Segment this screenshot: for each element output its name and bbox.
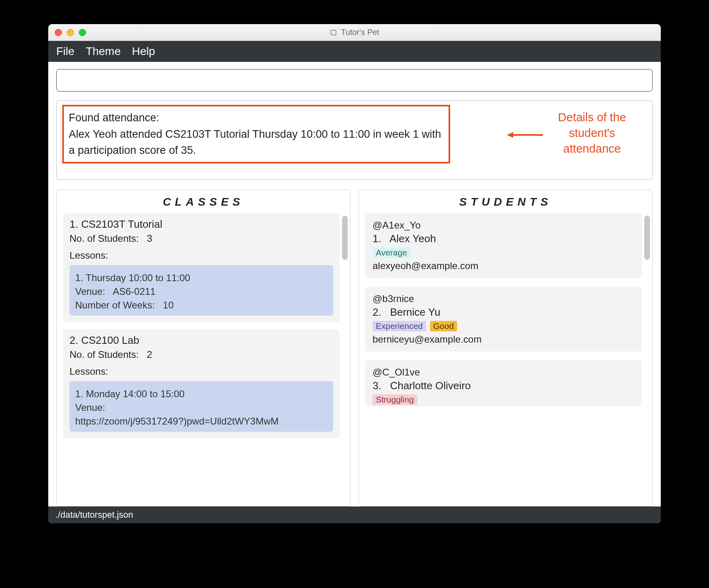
students-panel: STUDENTS @A1ex_Yo 1. Alex Yeoh Average [359, 190, 653, 507]
classes-scroll[interactable]: 1. CS2103T Tutorial No. of Students: 3 L… [57, 213, 350, 506]
lessons-label: Lessons: [70, 250, 333, 261]
lesson-index: 1. [75, 272, 83, 283]
status-path: ./data/tutorspet.json [55, 510, 133, 520]
class-card[interactable]: 2. CS2100 Lab No. of Students: 2 Lessons… [63, 329, 340, 438]
student-handle: @A1ex_Yo [373, 220, 635, 231]
tags: Experienced Good [373, 321, 635, 331]
zoom-icon[interactable] [79, 29, 86, 36]
student-name: Bernice Yu [390, 306, 440, 318]
command-input[interactable] [56, 69, 653, 92]
weeks-value: 10 [163, 300, 174, 310]
students-count: 2 [147, 349, 152, 360]
menu-file[interactable]: File [56, 45, 74, 58]
students-heading: STUDENTS [359, 190, 652, 213]
result-line-2: Alex Yeoh attended CS2103T Tutorial Thur… [69, 126, 444, 159]
student-index: 3. [373, 380, 381, 392]
tag: Good [430, 321, 457, 331]
classes-panel: CLASSES 1. CS2103T Tutorial No. of Stude… [56, 190, 350, 507]
class-index: 1. [70, 218, 78, 230]
lesson-card[interactable]: 1. Monday 14:00 to 15:00 Venue: https://… [70, 381, 333, 432]
venue-label: Venue: [75, 286, 105, 297]
venue-value: AS6-0211 [113, 286, 156, 297]
tags: Struggling [373, 394, 635, 405]
annotation-arrow-icon [507, 131, 543, 141]
tags: Average [373, 247, 635, 258]
student-name: Alex Yeoh [389, 233, 436, 245]
classes-heading: CLASSES [57, 190, 350, 213]
class-index: 2. [70, 334, 78, 346]
window-title-wrap: Tutor's Pet [48, 28, 661, 37]
venue-value: https://zoom/j/95317249?)pwd=Ulld2tWY3Mw… [75, 416, 328, 427]
class-title: CS2103T Tutorial [81, 218, 162, 230]
lesson-card[interactable]: 1. Thursday 10:00 to 11:00 Venue: AS6-02… [70, 265, 333, 316]
student-handle: @b3rnice [373, 293, 635, 304]
lessons-label: Lessons: [70, 366, 333, 377]
students-label: No. of Students: [70, 233, 139, 244]
titlebar: Tutor's Pet [48, 24, 661, 41]
app-icon [330, 29, 338, 37]
annotation-text: Details of the student's attendance [544, 110, 640, 157]
app-window: Tutor's Pet File Theme Help Found attend… [48, 24, 661, 523]
lesson-index: 1. [75, 388, 83, 399]
student-card[interactable]: @b3rnice 2. Bernice Yu Experienced Good … [365, 287, 642, 351]
student-index: 2. [373, 306, 381, 318]
student-name: Charlotte Oliveiro [390, 380, 471, 392]
statusbar: ./data/tutorspet.json [48, 506, 661, 523]
students-label: No. of Students: [70, 349, 139, 360]
panels-row: CLASSES 1. CS2103T Tutorial No. of Stude… [56, 190, 653, 507]
class-title: CS2100 Lab [81, 334, 139, 346]
tag: Experienced [373, 321, 426, 331]
svg-marker-1 [507, 132, 513, 138]
lesson-time: Thursday 10:00 to 11:00 [86, 272, 190, 283]
result-line-1: Found attendance: [69, 110, 444, 126]
tag: Average [373, 247, 410, 258]
result-row: Found attendance: Alex Yeoh attended CS2… [56, 100, 653, 180]
result-box: Found attendance: Alex Yeoh attended CS2… [56, 100, 653, 180]
menubar: File Theme Help [48, 41, 661, 62]
student-index: 1. [373, 233, 381, 245]
menu-help[interactable]: Help [132, 45, 155, 58]
menu-theme[interactable]: Theme [86, 45, 121, 58]
student-handle: @C_Ol1ve [373, 367, 635, 378]
minimize-icon[interactable] [67, 29, 74, 36]
result-highlight: Found attendance: Alex Yeoh attended CS2… [62, 105, 450, 163]
content-area: Found attendance: Alex Yeoh attended CS2… [48, 62, 661, 506]
student-email: berniceyu@example.com [373, 334, 635, 345]
venue-label: Venue: [75, 402, 105, 413]
class-card[interactable]: 1. CS2103T Tutorial No. of Students: 3 L… [63, 213, 340, 322]
lesson-time: Monday 14:00 to 15:00 [86, 388, 185, 399]
student-email: alexyeoh@example.com [373, 260, 635, 272]
window-controls [48, 29, 86, 36]
scrollbar-thumb[interactable] [342, 216, 348, 260]
window-title: Tutor's Pet [341, 28, 379, 37]
close-icon[interactable] [55, 29, 62, 36]
student-card[interactable]: @C_Ol1ve 3. Charlotte Oliveiro Strugglin… [365, 360, 642, 406]
students-count: 3 [147, 233, 152, 244]
student-card[interactable]: @A1ex_Yo 1. Alex Yeoh Average alexyeoh@e… [365, 213, 642, 278]
weeks-label: Number of Weeks: [75, 300, 155, 310]
students-scroll[interactable]: @A1ex_Yo 1. Alex Yeoh Average alexyeoh@e… [359, 213, 652, 506]
tag: Struggling [373, 394, 417, 405]
scrollbar-thumb[interactable] [644, 216, 650, 260]
